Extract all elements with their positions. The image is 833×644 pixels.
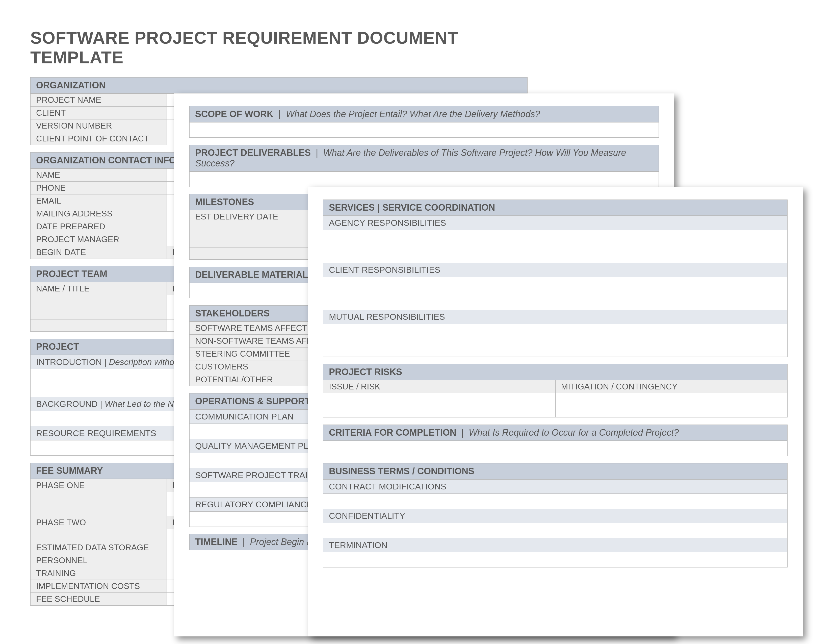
col-issue-risk: ISSUE / RISK — [323, 380, 556, 393]
label-mailing: MAILING ADDRESS — [31, 207, 167, 220]
fee-row[interactable] — [31, 504, 167, 516]
section-deliverables: PROJECT DELIVERABLES | What Are the Deli… — [189, 145, 659, 187]
section-header: BUSINESS TERMS / CONDITIONS — [323, 464, 787, 479]
value-contract-mod[interactable] — [323, 493, 787, 509]
value-client-resp[interactable] — [323, 277, 787, 310]
label-project-name: PROJECT NAME — [31, 94, 167, 106]
label-contract-mod: CONTRACT MODIFICATIONS — [323, 479, 787, 493]
label-fee-schedule: FEE SCHEDULE — [31, 593, 167, 605]
label-agency-resp: AGENCY RESPONSIBILITIES — [323, 216, 787, 230]
label-mutual-resp: MUTUAL RESPONSIBILITIES — [323, 310, 787, 324]
label-name: NAME — [31, 169, 167, 181]
risk-row[interactable] — [323, 405, 556, 417]
label-termination: TERMINATION — [323, 538, 787, 552]
milestone-row[interactable] — [190, 223, 326, 235]
deliverables-value[interactable] — [190, 171, 659, 187]
section-header: SCOPE OF WORK | What Does the Project En… — [190, 106, 659, 122]
label-phase-one: PHASE ONE — [31, 479, 167, 492]
label-email: EMAIL — [31, 195, 167, 207]
value-agency-resp[interactable] — [323, 230, 787, 262]
label-confidentiality: CONFIDENTIALITY — [323, 509, 787, 523]
section-business-terms: BUSINESS TERMS / CONDITIONS CONTRACT MOD… — [323, 463, 788, 567]
label-phone: PHONE — [31, 182, 167, 194]
section-header: PROJECT RISKS — [323, 364, 787, 380]
label-impl: IMPLEMENTATION COSTS — [31, 580, 167, 592]
section-services: SERVICES | SERVICE COORDINATION AGENCY R… — [323, 200, 788, 357]
label-date-prepared: DATE PREPARED — [31, 220, 167, 233]
risk-row[interactable] — [323, 393, 556, 405]
criteria-value[interactable] — [323, 441, 787, 456]
section-scope: SCOPE OF WORK | What Does the Project En… — [189, 106, 659, 138]
value-mutual-resp[interactable] — [323, 324, 787, 357]
label-pm: PROJECT MANAGER — [31, 233, 167, 246]
section-criteria: CRITERIA FOR COMPLETION | What Is Requir… — [323, 425, 788, 456]
label-client-resp: CLIENT RESPONSIBILITIES — [323, 262, 787, 277]
label-phase-two: PHASE TWO — [31, 516, 167, 529]
scope-value[interactable] — [190, 122, 659, 137]
label-storage: ESTIMATED DATA STORAGE — [31, 541, 167, 554]
label-version-number: VERSION NUMBER — [31, 119, 167, 132]
milestone-row[interactable] — [190, 248, 326, 259]
label-training: TRAINING — [31, 567, 167, 580]
label-name-title: NAME / TITLE — [31, 282, 167, 295]
label-client-poc: CLIENT POINT OF CONTACT — [31, 132, 167, 145]
team-row[interactable] — [31, 308, 167, 319]
fee-row[interactable] — [31, 529, 167, 541]
label-begin-date: BEGIN DATE — [31, 246, 167, 259]
label-client: CLIENT — [31, 106, 167, 119]
section-header: ORGANIZATION — [31, 77, 527, 93]
milestone-row[interactable] — [190, 235, 326, 247]
fee-row[interactable] — [31, 492, 167, 504]
col-mitigation: MITIGATION / CONTINGENCY — [556, 380, 788, 393]
section-project-risks: PROJECT RISKS ISSUE / RISK MITIGATION / … — [323, 364, 788, 417]
section-header: SERVICES | SERVICE COORDINATION — [323, 200, 787, 216]
page-3: SERVICES | SERVICE COORDINATION AGENCY R… — [308, 187, 803, 636]
team-row[interactable] — [31, 319, 167, 331]
section-header: CRITERIA FOR COMPLETION | What Is Requir… — [323, 425, 787, 441]
label-personnel: PERSONNEL — [31, 554, 167, 567]
value-confidentiality[interactable] — [323, 523, 787, 538]
label-est-delivery: EST DELIVERY DATE — [190, 210, 326, 223]
team-row[interactable] — [31, 295, 167, 307]
section-header: PROJECT DELIVERABLES | What Are the Deli… — [190, 145, 659, 171]
document-title: SOFTWARE PROJECT REQUIREMENT DOCUMENT TE… — [30, 28, 527, 67]
value-termination[interactable] — [323, 552, 787, 567]
